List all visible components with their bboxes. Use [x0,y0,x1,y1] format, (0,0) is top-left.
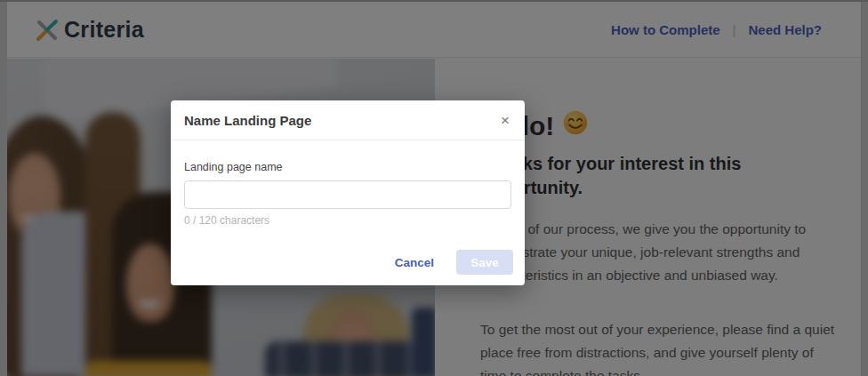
modal-header: Name Landing Page × [171,100,525,140]
screen: Criteria How to Complete | Need Help? [0,0,868,376]
modal-footer: Cancel Save [171,227,525,285]
close-icon[interactable]: × [499,113,511,128]
character-counter: 0 / 120 characters [184,214,511,227]
name-landing-page-modal: Name Landing Page × Landing page name 0 … [171,100,525,285]
landing-page-name-input[interactable] [184,180,511,209]
landing-page-name-label: Landing page name [184,161,511,173]
save-button[interactable]: Save [456,250,513,275]
modal-title: Name Landing Page [184,113,311,128]
cancel-button[interactable]: Cancel [395,256,434,269]
modal-body: Landing page name 0 / 120 characters [171,140,525,227]
